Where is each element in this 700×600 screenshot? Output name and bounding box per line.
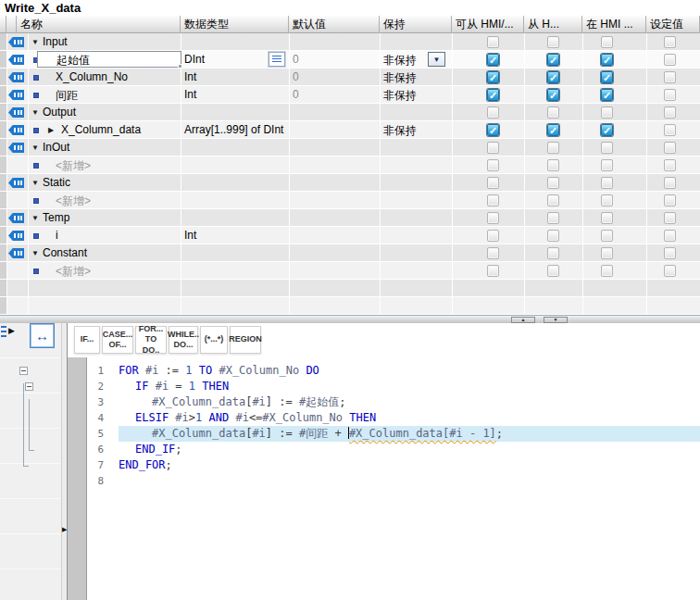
- section-row[interactable]: ▼InOut: [0, 139, 700, 156]
- hmi-writable-checkbox[interactable]: [547, 230, 559, 242]
- add-new-row[interactable]: <新增>: [56, 264, 91, 280]
- hmi-visible-checkbox[interactable]: [601, 159, 613, 171]
- hmi-writable-checkbox[interactable]: [547, 265, 559, 277]
- absolute-symbolic-toggle-button[interactable]: ↔: [30, 323, 55, 348]
- setpoint-checkbox[interactable]: [664, 177, 676, 189]
- code-line[interactable]: 1FOR #i := 1 TO #X_Column_No DO: [87, 363, 700, 379]
- hmi-visible-checkbox[interactable]: ✓: [601, 71, 613, 83]
- setpoint-checkbox[interactable]: [664, 71, 676, 83]
- hmi-accessible-checkbox[interactable]: ✓: [487, 89, 499, 101]
- snippet-button-fortodo[interactable]: FOR... TO DO..: [135, 326, 167, 354]
- collapse-triangle-icon[interactable]: ▼: [31, 250, 39, 257]
- column-header[interactable]: 保持: [380, 16, 452, 33]
- code-text[interactable]: END_IF;: [119, 442, 700, 457]
- hmi-writable-checkbox[interactable]: ✓: [547, 89, 559, 101]
- variable-name[interactable]: 间距: [56, 88, 78, 104]
- sidebar-collapse-strip[interactable]: ▶: [61, 323, 68, 600]
- datatype-cell[interactable]: Int: [184, 229, 196, 242]
- expand-arrow-icon[interactable]: ▶: [8, 326, 15, 335]
- hmi-accessible-checkbox[interactable]: [487, 142, 499, 154]
- hmi-accessible-checkbox[interactable]: [487, 106, 499, 119]
- hmi-accessible-checkbox[interactable]: ✓: [487, 124, 499, 136]
- hmi-accessible-checkbox[interactable]: [487, 177, 499, 189]
- table-row[interactable]: X_Column_NoInt0非保持✓✓✓: [0, 69, 700, 86]
- table-row[interactable]: iInt: [0, 227, 700, 244]
- collapse-triangle-icon[interactable]: ▼: [31, 215, 39, 222]
- splitter-collapse-up-button[interactable]: ▲: [511, 317, 535, 323]
- snippet-button-region[interactable]: REGION: [230, 326, 261, 354]
- hmi-visible-checkbox[interactable]: [601, 106, 613, 119]
- section-row[interactable]: ▼Input: [0, 33, 700, 51]
- hmi-writable-checkbox[interactable]: [547, 212, 559, 224]
- code-text[interactable]: #X_Column_data[#i] := #间距 + #X_Column_da…: [119, 426, 700, 442]
- datatype-cell[interactable]: DInt: [184, 53, 205, 66]
- hmi-visible-checkbox[interactable]: ✓: [601, 54, 613, 66]
- variable-name[interactable]: X_Column_data: [61, 123, 141, 136]
- variable-name[interactable]: i: [56, 229, 58, 242]
- table-row[interactable]: <新增>: [0, 262, 700, 280]
- snippet-button-whiledo[interactable]: WHILE.. DO...: [169, 326, 198, 354]
- column-header[interactable]: 默认值: [289, 16, 380, 33]
- code-line[interactable]: 3#X_Column_data[#i] := #起始值;: [87, 394, 700, 410]
- hmi-accessible-checkbox[interactable]: [487, 194, 499, 206]
- collapse-triangle-icon[interactable]: ▼: [31, 39, 39, 46]
- setpoint-checkbox[interactable]: [664, 106, 676, 119]
- hmi-accessible-checkbox[interactable]: ✓: [487, 71, 499, 83]
- hmi-accessible-checkbox[interactable]: [487, 212, 499, 224]
- section-row[interactable]: ▼Temp: [0, 209, 700, 227]
- datatype-cell[interactable]: Int: [184, 88, 196, 101]
- code-text[interactable]: #X_Column_data[#i] := #起始值;: [119, 394, 700, 410]
- column-header[interactable]: 在 HMI ...: [582, 16, 646, 33]
- column-header[interactable]: 名称: [17, 16, 181, 33]
- table-row[interactable]: 间距Int0非保持✓✓✓: [0, 86, 700, 104]
- table-row[interactable]: <新增>: [0, 192, 700, 209]
- datatype-cell[interactable]: Int: [184, 70, 196, 83]
- default-value-cell[interactable]: 0: [293, 53, 299, 66]
- hmi-accessible-checkbox[interactable]: ✓: [487, 54, 499, 66]
- hmi-writable-checkbox[interactable]: [547, 142, 559, 154]
- section-row[interactable]: ▼Static: [0, 174, 700, 192]
- setpoint-checkbox[interactable]: [664, 124, 676, 136]
- collapse-triangle-icon[interactable]: ▼: [31, 144, 39, 152]
- hmi-accessible-checkbox[interactable]: [487, 265, 499, 277]
- snippet-button-[interactable]: (*...*): [200, 326, 228, 354]
- code-line[interactable]: 8: [87, 473, 700, 489]
- default-value-cell[interactable]: 0: [293, 88, 299, 101]
- column-header[interactable]: 设定值: [646, 16, 700, 33]
- collapse-triangle-icon[interactable]: ▼: [31, 180, 39, 187]
- table-row[interactable]: 起始值DInt0非保持▼✓✓✓: [0, 51, 700, 69]
- setpoint-checkbox[interactable]: [664, 212, 676, 224]
- splitter-collapse-down-button[interactable]: ▼: [544, 317, 568, 323]
- code-line[interactable]: 6END_IF;: [87, 442, 700, 457]
- hmi-writable-checkbox[interactable]: [547, 36, 559, 48]
- column-header[interactable]: 从 H...: [524, 16, 582, 33]
- hmi-accessible-checkbox[interactable]: [487, 159, 499, 171]
- setpoint-checkbox[interactable]: [664, 247, 676, 259]
- expand-triangle-icon[interactable]: ▶: [48, 126, 54, 134]
- add-new-row[interactable]: <新增>: [56, 158, 91, 174]
- setpoint-checkbox[interactable]: [664, 89, 676, 101]
- hmi-writable-checkbox[interactable]: [547, 106, 559, 119]
- hmi-writable-checkbox[interactable]: [547, 159, 559, 171]
- setpoint-checkbox[interactable]: [664, 142, 676, 154]
- retain-cell[interactable]: 非保持: [383, 53, 417, 69]
- fold-toggle[interactable]: [19, 367, 28, 375]
- code-text[interactable]: END_FOR;: [119, 457, 700, 473]
- datatype-browse-button[interactable]: [269, 52, 285, 67]
- section-row[interactable]: ▼Output: [0, 104, 700, 121]
- variable-name[interactable]: X_Column_No: [56, 70, 128, 83]
- table-row[interactable]: <新增>: [0, 156, 700, 174]
- code-line[interactable]: 7END_FOR;: [87, 457, 700, 473]
- cell-drag-handle[interactable]: [178, 64, 182, 69]
- table-row[interactable]: ▶X_Column_dataArray[1..999] of DInt非保持✓✓…: [0, 121, 700, 139]
- column-header[interactable]: 可从 HMI/...: [452, 16, 524, 33]
- hmi-visible-checkbox[interactable]: [601, 247, 613, 259]
- hmi-writable-checkbox[interactable]: [547, 247, 559, 259]
- hmi-writable-checkbox[interactable]: ✓: [547, 71, 559, 83]
- code-text[interactable]: [119, 473, 700, 489]
- code-line[interactable]: 5#X_Column_data[#i] := #间距 + #X_Column_d…: [87, 426, 700, 442]
- hmi-visible-checkbox[interactable]: [601, 265, 613, 277]
- retain-cell[interactable]: 非保持: [383, 70, 417, 86]
- hmi-visible-checkbox[interactable]: [601, 194, 613, 206]
- code-text[interactable]: FOR #i := 1 TO #X_Column_No DO: [119, 363, 700, 379]
